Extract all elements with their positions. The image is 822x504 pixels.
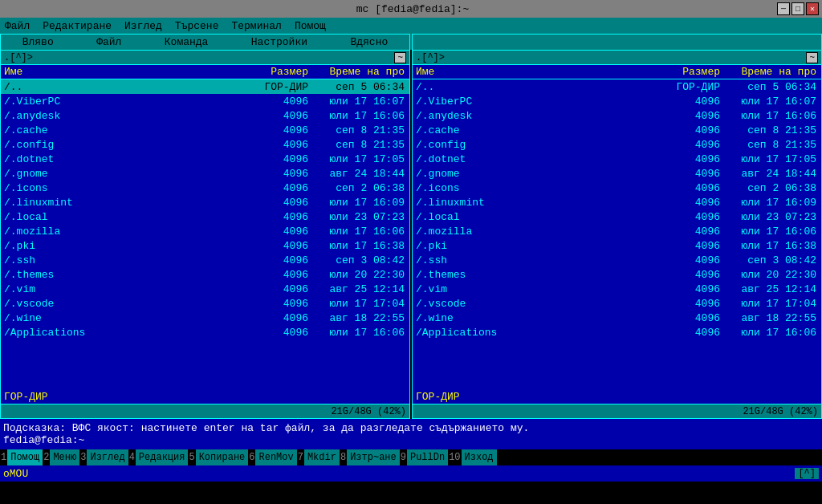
file-time: юли 17 16:07	[311, 96, 408, 108]
file-name: /.pki	[2, 240, 255, 252]
file-size: 4096	[667, 283, 723, 295]
nav-icon[interactable]: [^]	[795, 468, 819, 479]
func-label-3[interactable]: Изглед	[87, 449, 128, 465]
table-row[interactable]: /.ViberPC4096юли 17 16:07	[413, 94, 821, 108]
table-row[interactable]: /.local4096юли 23 07:23	[413, 209, 821, 224]
func-key-4[interactable]: 4Редакция	[128, 449, 189, 465]
func-key-7[interactable]: 7Mkdir	[297, 449, 340, 465]
table-row[interactable]: /.anydesk4096юли 17 16:06	[1, 108, 409, 123]
table-row[interactable]: /.gnome4096авг 24 18:44	[1, 166, 409, 181]
table-row[interactable]: /.vscode4096юли 17 17:04	[413, 296, 821, 311]
table-row[interactable]: /.linuxmint4096юли 17 16:09	[1, 195, 409, 209]
table-row[interactable]: /Applications4096юли 17 16:06	[413, 325, 821, 339]
table-row[interactable]: /.icons4096сеп 2 06:38	[1, 181, 409, 195]
table-row[interactable]: /.vim4096авг 25 12:14	[413, 282, 821, 296]
right-col-size: Размер	[667, 66, 723, 78]
func-label-5[interactable]: Копиране	[196, 449, 249, 465]
menu-item-Търсене[interactable]: Търсене	[175, 20, 219, 32]
func-label-1[interactable]: Помощ	[7, 449, 43, 465]
menu-item-Терминал[interactable]: Терминал	[231, 20, 281, 32]
table-row[interactable]: /.ssh4096сеп 3 08:42	[1, 253, 409, 267]
menu-item-Помощ[interactable]: Помощ	[295, 20, 326, 32]
file-time: юли 17 16:09	[311, 197, 408, 209]
file-size: 4096	[255, 182, 311, 194]
file-time: юли 17 16:06	[723, 226, 820, 238]
file-name: /.icons	[2, 182, 255, 194]
file-name: /..	[414, 81, 667, 93]
table-row[interactable]: /..ГОР-ДИРсеп 5 06:34	[413, 79, 821, 94]
func-label-9[interactable]: PullDn	[407, 449, 448, 465]
file-name: /.pki	[414, 240, 667, 252]
file-size: 4096	[255, 269, 311, 281]
table-row[interactable]: /.wine4096авг 18 22:55	[413, 311, 821, 325]
file-name: /.linuxmint	[414, 197, 667, 209]
table-row[interactable]: /Applications4096юли 17 16:06	[1, 325, 409, 339]
file-size: ГОР-ДИР	[667, 81, 723, 93]
file-size: 4096	[667, 153, 723, 165]
minimize-button[interactable]: ─	[777, 2, 790, 15]
menu-item-Файл[interactable]: Файл	[5, 20, 30, 32]
table-row[interactable]: /.anydesk4096юли 17 16:06	[413, 108, 821, 123]
table-row[interactable]: /.cache4096сеп 8 21:35	[413, 123, 821, 137]
tab-Вляво[interactable]: Вляво	[14, 36, 62, 48]
func-key-8[interactable]: 8Изтр~ане	[340, 449, 400, 465]
table-row[interactable]: /.ViberPC4096юли 17 16:07	[1, 94, 409, 108]
func-label-7[interactable]: Mkdir	[304, 449, 340, 465]
func-key-5[interactable]: 5Копиране	[188, 449, 248, 465]
func-key-10[interactable]: 10Изход	[448, 449, 496, 465]
table-row[interactable]: /..ГОР-ДИРсеп 5 06:34	[1, 79, 409, 94]
table-row[interactable]: /.linuxmint4096юли 17 16:09	[413, 195, 821, 209]
close-button[interactable]: ✕	[806, 2, 819, 15]
file-time: юли 17 16:38	[723, 240, 820, 252]
left-col-headers: Име Размер Време на про	[1, 65, 409, 79]
tab-Вдясно[interactable]: Вдясно	[342, 36, 396, 48]
right-home-button[interactable]: ~	[806, 52, 818, 63]
table-row[interactable]: /.mozilla4096юли 17 16:06	[413, 224, 821, 238]
table-row[interactable]: /.pki4096юли 17 16:38	[413, 238, 821, 253]
func-key-9[interactable]: 9PullDn	[400, 449, 448, 465]
func-label-4[interactable]: Редакция	[136, 449, 189, 465]
table-row[interactable]: /.dotnet4096юли 17 17:05	[413, 152, 821, 166]
tab-Файл[interactable]: Файл	[88, 36, 129, 48]
tab-Настройки[interactable]: Настройки	[243, 36, 315, 48]
table-row[interactable]: /.local4096юли 23 07:23	[1, 209, 409, 224]
table-row[interactable]: /.icons4096сеп 2 06:38	[413, 181, 821, 195]
table-row[interactable]: /.wine4096авг 18 22:55	[1, 311, 409, 325]
file-name: /.dotnet	[2, 153, 255, 165]
func-label-8[interactable]: Изтр~ане	[347, 449, 400, 465]
func-key-2[interactable]: 2Меню	[43, 449, 79, 465]
file-name: /.gnome	[414, 168, 667, 180]
table-row[interactable]: /.vscode4096юли 17 17:04	[1, 296, 409, 311]
file-name: /.linuxmint	[2, 197, 255, 209]
table-row[interactable]: /.cache4096сеп 8 21:35	[1, 123, 409, 137]
table-row[interactable]: /.themes4096юли 20 22:30	[413, 267, 821, 282]
table-row[interactable]: /.config4096сеп 8 21:35	[413, 137, 821, 152]
table-row[interactable]: /.config4096сеп 8 21:35	[1, 137, 409, 152]
table-row[interactable]: /.dotnet4096юли 17 17:05	[1, 152, 409, 166]
table-row[interactable]: /.pki4096юли 17 16:38	[1, 238, 409, 253]
table-row[interactable]: /.themes4096юли 20 22:30	[1, 267, 409, 282]
table-row[interactable]: /.mozilla4096юли 17 16:06	[1, 224, 409, 238]
file-name: /.config	[414, 139, 667, 151]
maximize-button[interactable]: □	[791, 2, 804, 15]
bottom-status-text: oMOU	[3, 468, 28, 480]
tab-Команда[interactable]: Команда	[157, 36, 217, 48]
table-row[interactable]: /.gnome4096авг 24 18:44	[413, 166, 821, 181]
func-num-7: 7	[297, 452, 304, 463]
menu-item-Редактиране[interactable]: Редактиране	[43, 20, 112, 32]
file-size: 4096	[255, 240, 311, 252]
func-label-2[interactable]: Меню	[50, 449, 79, 465]
right-disk-bar: 21G/48G (42%)	[413, 404, 821, 418]
file-time: юли 17 16:06	[311, 226, 408, 238]
file-time: юли 17 16:07	[723, 96, 820, 108]
func-key-6[interactable]: 6RenMov	[248, 449, 296, 465]
func-key-3[interactable]: 3Изглед	[79, 449, 128, 465]
menu-item-Изглед[interactable]: Изглед	[124, 20, 162, 32]
func-num-1: 1	[0, 452, 7, 463]
table-row[interactable]: /.vim4096авг 25 12:14	[1, 282, 409, 296]
left-home-button[interactable]: ~	[394, 52, 406, 63]
func-label-10[interactable]: Изход	[462, 449, 497, 465]
table-row[interactable]: /.ssh4096сеп 3 08:42	[413, 253, 821, 267]
func-key-1[interactable]: 1Помощ	[0, 449, 43, 465]
func-label-6[interactable]: RenMov	[255, 449, 296, 465]
